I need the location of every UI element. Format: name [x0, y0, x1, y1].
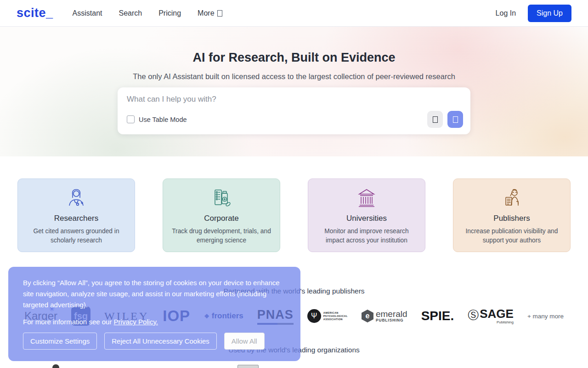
sage-logo: Ⓢ SAGE Publishing — [468, 308, 514, 324]
partial-organization-logo — [237, 365, 259, 368]
nav-item-label: Pricing — [158, 9, 181, 17]
assistant-search-card: Use Table Mode — [118, 87, 470, 134]
nav-item-assistant[interactable]: Assistant — [73, 9, 102, 17]
table-mode-label: Use Table Mode — [139, 116, 187, 123]
card-description: Track drug development, trials, and emer… — [163, 227, 280, 245]
apa-line: ASSOCIATION — [323, 318, 348, 321]
card-publishers[interactable]: Publishers Increase publication visibili… — [453, 178, 571, 252]
apa-logo: Ψ AMERICAN PSYCHOLOGICAL ASSOCIATION — [307, 309, 348, 323]
assistant-question-input[interactable] — [127, 95, 461, 104]
scite-logo[interactable]: scite_ — [17, 6, 53, 20]
search-card-toolbar: Use Table Mode — [127, 111, 463, 128]
partial-organization-logo — [52, 364, 59, 368]
attachment-button[interactable] — [427, 111, 443, 128]
send-glyph-icon — [453, 116, 458, 123]
chevron-down-icon — [217, 10, 222, 17]
search-action-buttons — [427, 111, 463, 128]
emerald-sub: PUBLISHING — [376, 318, 407, 322]
spie-logo: SPIE. — [421, 309, 454, 323]
nav-links: Assistant Search Pricing More — [73, 9, 222, 17]
cookie-more-info: For more information see our Privacy Pol… — [23, 318, 286, 326]
hero-section: AI for Research, Built on Evidence The o… — [0, 27, 588, 156]
card-universities[interactable]: Universities Monitor and improve researc… — [308, 178, 425, 252]
nav-item-label: More — [198, 9, 214, 17]
nav-item-label: Assistant — [73, 9, 102, 17]
table-mode-checkbox[interactable] — [127, 115, 135, 123]
many-more-label: + many more — [527, 313, 564, 320]
sage-s-icon: Ⓢ — [468, 308, 479, 322]
card-description: Get cited answers grounded in scholarly … — [18, 227, 135, 245]
researcher-icon — [18, 186, 135, 209]
card-researchers[interactable]: Researchers Get cited answers grounded i… — [17, 178, 135, 252]
cookie-message: By clicking “Allow All”, you agree to th… — [23, 277, 286, 310]
card-title: Universities — [308, 214, 425, 223]
pharma-icon — [163, 186, 280, 209]
send-button[interactable] — [447, 111, 463, 128]
card-title: Researchers — [18, 214, 135, 223]
card-corporate[interactable]: Corporate Track drug development, trials… — [163, 178, 280, 252]
card-title: Corporate — [163, 214, 280, 223]
university-icon — [308, 186, 425, 209]
sage-sub: Publishing — [480, 320, 514, 324]
apa-logo-text: AMERICAN PSYCHOLOGICAL ASSOCIATION — [323, 311, 348, 321]
apa-psi-icon: Ψ — [307, 309, 321, 323]
signup-button[interactable]: Sign Up — [528, 5, 571, 22]
apa-line: PSYCHOLOGICAL — [323, 315, 348, 317]
privacy-policy-link[interactable]: Privacy Policy. — [114, 318, 158, 326]
sage-logo-text: SAGE Publishing — [480, 308, 514, 324]
emerald-logo-text: emerald PUBLISHING — [376, 310, 407, 322]
cookie-buttons-row: Customize Settings Reject All Unnecessar… — [23, 333, 286, 350]
apa-line: AMERICAN — [323, 311, 348, 314]
customize-settings-button[interactable]: Customize Settings — [23, 333, 97, 350]
top-navigation: scite_ Assistant Search Pricing More Log… — [0, 0, 588, 27]
nav-item-pricing[interactable]: Pricing — [158, 9, 181, 17]
nav-auth-area: Log In Sign Up — [496, 5, 571, 22]
reject-cookies-button[interactable]: Reject All Unnecessary Cookies — [104, 333, 217, 350]
hero-subtitle: The only AI Assistant built on licensed … — [0, 72, 588, 81]
nav-item-label: Search — [119, 9, 142, 17]
attachment-glyph-icon — [433, 116, 438, 123]
emerald-name: emerald — [376, 310, 407, 318]
hero-title: AI for Research, Built on Evidence — [0, 27, 588, 65]
login-link[interactable]: Log In — [496, 9, 516, 17]
publisher-icon — [453, 186, 570, 209]
card-description: Increase publication visibility and supp… — [453, 227, 570, 245]
cookie-consent-banner: By clicking “Allow All”, you agree to th… — [8, 267, 300, 361]
allow-all-button[interactable]: Allow All — [224, 333, 265, 350]
cookie-info-prefix: For more information see our — [23, 318, 114, 326]
card-title: Publishers — [453, 214, 570, 223]
card-description: Monitor and improve research impact acro… — [308, 227, 425, 245]
spie-logo-text: SPIE. — [421, 309, 454, 323]
nav-item-search[interactable]: Search — [119, 9, 142, 17]
audience-cards-row: Researchers Get cited answers grounded i… — [0, 178, 588, 252]
nav-item-more[interactable]: More — [198, 9, 222, 17]
emerald-logo: e emerald PUBLISHING — [362, 310, 407, 322]
sage-name: SAGE — [480, 308, 514, 320]
emerald-mark-icon: e — [362, 310, 373, 322]
